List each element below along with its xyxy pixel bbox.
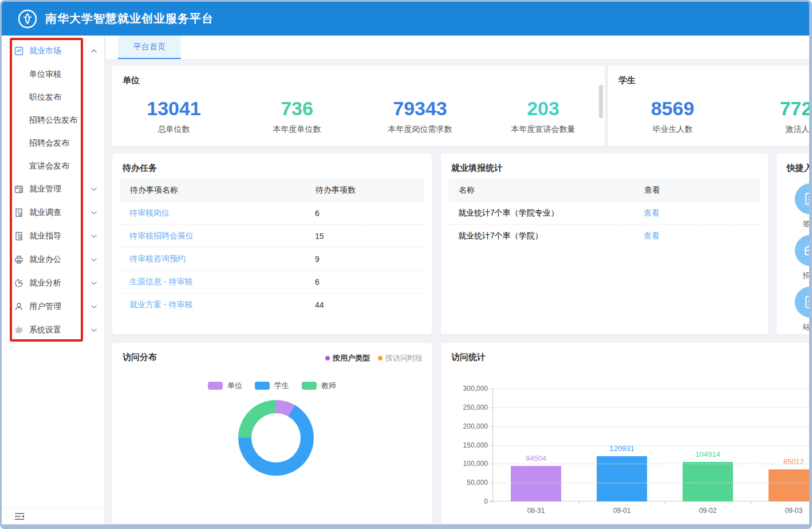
sidebar-subitem-job-fair-publish[interactable]: 招聘会发布 [2, 131, 104, 154]
column-header: 待办事项数 [316, 185, 356, 195]
gridline [493, 483, 812, 483]
legend-item-student[interactable]: 学生 [255, 381, 289, 391]
bar-09-03 [768, 469, 812, 501]
stat-year-units: 736 本年度单位数 [235, 96, 358, 135]
quick-entry-contract[interactable]: 签约 [776, 183, 812, 229]
table-row: 就业方案 - 待审核 44 [120, 293, 424, 316]
student-stats-card: 学生 8569 毕业生人数 7722 激活人数 [608, 66, 812, 146]
sidebar: 就业市场 单位审核 职位发布 招聘公告发布 招聘会发布 宣讲会发布 就业管理 就… [2, 36, 105, 524]
table-header: 名称 查看 [449, 179, 760, 202]
sidebar-item-employment-analysis[interactable]: 就业分析 [2, 271, 104, 295]
donut-chart [238, 400, 314, 476]
y-axis-label: 0 [448, 497, 488, 506]
visit-statistics-card: 访问统计 9450408-3112093109-0110491409-02850… [441, 343, 812, 524]
chevron-down-icon[interactable] [90, 281, 97, 285]
quick-entry-site[interactable]: 站点 [776, 287, 812, 332]
chevron-down-icon[interactable] [90, 304, 97, 309]
pie-chart-icon [14, 279, 23, 288]
table-row: 待审核招聘会展位 15 [120, 225, 424, 248]
legend-item-unit[interactable]: 单位 [208, 381, 242, 391]
university-logo-icon [18, 9, 37, 29]
x-axis-label: 08-31 [493, 507, 579, 515]
gear-icon [14, 326, 23, 335]
legend-item-teacher[interactable]: 教师 [302, 381, 336, 391]
todo-link[interactable]: 就业方案 - 待审核 [129, 300, 192, 309]
chevron-down-icon[interactable] [90, 328, 97, 332]
view-link[interactable]: 查看 [644, 231, 660, 240]
sidebar-subitem-job-publish[interactable]: 职位发布 [2, 85, 104, 108]
quick-entry-recruit[interactable]: 招聘 [776, 235, 812, 281]
chevron-up-icon[interactable] [90, 49, 97, 53]
table-row: 待审核岗位 6 [120, 202, 424, 225]
sidebar-item-label: 就业市场 [29, 46, 61, 56]
app-title: 南华大学智慧就业创业服务平台 [45, 11, 214, 26]
card-title: 待办任务 [123, 163, 157, 174]
stat-year-info-sessions: 203 本年度宣讲会数量 [482, 96, 605, 135]
legend-chip [255, 382, 270, 390]
user-icon [14, 302, 23, 311]
chevron-down-icon[interactable] [90, 257, 97, 262]
y-axis-label: 100,000 [448, 460, 488, 468]
chevron-down-icon[interactable] [90, 234, 97, 238]
sidebar-item-employment-management[interactable]: 就业管理 [2, 177, 104, 201]
tab-platform-home[interactable]: 平台首页 [118, 36, 181, 59]
sidebar-item-employment-guidance[interactable]: 就业指导 [2, 224, 104, 248]
x-axis-label: 09-03 [751, 507, 812, 515]
toggle-by-user-type[interactable]: 按用户类型 [325, 353, 370, 363]
todo-link[interactable]: 待审核岗位 [129, 208, 170, 217]
purple-dot-icon [325, 356, 330, 360]
app-window: 南华大学智慧就业创业服务平台 就业市场 单位审核 职位发布 招聘公告发布 招聘会… [0, 0, 812, 529]
toggle-by-time-period[interactable]: 按访问时段 [378, 353, 423, 363]
bar-09-02 [683, 462, 733, 501]
view-link[interactable]: 查看 [644, 208, 660, 217]
y-axis-label: 150,000 [448, 441, 488, 449]
sidebar-item-system-settings[interactable]: 系统设置 [2, 318, 104, 342]
table-row: 待审核咨询预约 9 [120, 248, 424, 271]
card-title: 单位 [123, 75, 140, 86]
y-axis-label: 300,000 [448, 385, 488, 393]
sidebar-subitem-info-session-publish[interactable]: 宣讲会发布 [2, 154, 104, 177]
table-header: 待办事项名称 待办事项数 [120, 179, 424, 202]
visit-distribution-card: 访问分布 按用户类型 按访问时段 单位 学生 [112, 343, 432, 524]
stat-graduates: 8569 毕业生人数 [608, 96, 737, 135]
todo-link[interactable]: 待审核招聘会展位 [129, 231, 194, 240]
todo-link[interactable]: 生源信息 - 待审核 [129, 277, 192, 286]
unit-stats-card: 单位 13041 总单位数 736 本年度单位数 79343 本年度岗位需求数 … [112, 66, 605, 146]
tab-bar: 平台首页 [105, 36, 809, 59]
todo-link[interactable]: 待审核咨询预约 [129, 254, 186, 263]
bar-08-31 [511, 466, 561, 501]
sidebar-collapse-icon[interactable] [14, 512, 25, 520]
stat-total-units: 13041 总单位数 [112, 96, 235, 135]
scrollbar-thumb[interactable] [599, 85, 603, 118]
employment-filing-card: 就业填报统计 名称 查看 就业统计7个率（学院专业） 查看 就业统计7个率（学院… [441, 154, 768, 334]
quick-entry-card: 快捷入口 签约 招聘 站点 [776, 154, 812, 334]
sidebar-item-employment-market[interactable]: 就业市场 [2, 39, 104, 62]
recruit-icon[interactable] [795, 235, 812, 266]
card-title: 学生 [618, 75, 636, 86]
sidebar-item-user-management[interactable]: 用户管理 [2, 295, 104, 318]
chevron-down-icon[interactable] [90, 187, 97, 191]
chevron-down-icon[interactable] [90, 210, 97, 215]
card-title: 快捷入口 [787, 163, 812, 174]
main-content: 单位 13041 总单位数 736 本年度单位数 79343 本年度岗位需求数 … [105, 59, 809, 524]
table-row: 生源信息 - 待审核 6 [120, 271, 424, 293]
app-header: 南华大学智慧就业创业服务平台 [2, 2, 809, 36]
column-header: 名称 [450, 185, 644, 195]
x-axis-label: 09-02 [665, 507, 751, 515]
card-title: 访问统计 [451, 352, 486, 363]
column-header: 查看 [644, 185, 660, 195]
contract-icon[interactable] [795, 183, 812, 214]
calendar-check-icon [14, 185, 23, 194]
sidebar-subitem-unit-review[interactable]: 单位审核 [2, 62, 104, 85]
table-row: 就业统计7个率（学院专业） 查看 [449, 202, 760, 225]
sidebar-item-employment-office[interactable]: 就业办公 [2, 248, 104, 271]
stat-activated: 7722 激活人数 [737, 96, 812, 135]
doc-search-icon [14, 208, 23, 217]
table-row: 就业统计7个率（学院） 查看 [449, 225, 760, 248]
chart-line-icon [14, 46, 23, 56]
sidebar-item-employment-survey[interactable]: 就业调查 [2, 201, 104, 224]
sidebar-subitem-recruit-notice-publish[interactable]: 招聘公告发布 [2, 108, 104, 131]
legend-chip [208, 382, 223, 390]
site-icon[interactable] [795, 287, 812, 318]
card-title: 就业填报统计 [451, 163, 503, 174]
